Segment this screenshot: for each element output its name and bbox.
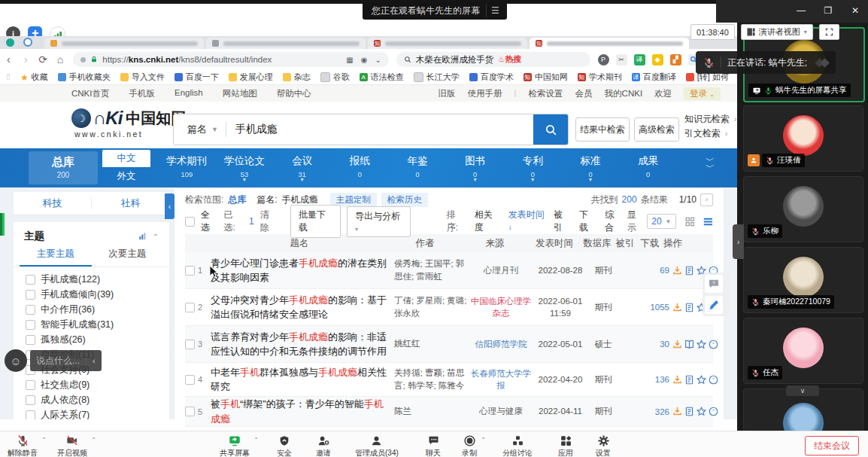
pen-tool-button[interactable] <box>705 296 723 314</box>
table-row[interactable]: 3谎言养育对青少年手机成瘾的影响：非适应性认知的中介和无条件接纳的调节作用姚红红… <box>185 326 713 363</box>
top-link[interactable]: 旧版 <box>439 88 456 99</box>
batch-download-button[interactable]: 批量下载 <box>290 205 341 238</box>
favorite-icon[interactable] <box>697 340 706 349</box>
view-mode-selector[interactable]: 演讲者视图▾ <box>741 24 813 40</box>
topic-checkbox[interactable] <box>26 305 35 315</box>
sidebar-collapse-button[interactable]: ‹ <box>165 193 175 219</box>
nav-category[interactable]: 年鉴0 <box>389 148 447 187</box>
download-icon[interactable] <box>672 375 682 385</box>
nav-category[interactable]: 学位论文53▾ <box>216 148 274 187</box>
browser-tab[interactable] <box>206 38 366 49</box>
topic-item[interactable]: 手机成瘾(122) <box>14 272 169 287</box>
start-video-button[interactable]: 开启视频⌃ <box>57 434 87 457</box>
layout-menu-icon[interactable]: ☰ <box>486 4 504 17</box>
nav-expand-chevron-icon[interactable]: ﹀﹀ <box>706 157 715 171</box>
knowledge-search-link[interactable]: 知识元检索› <box>684 112 736 126</box>
subtab-secondary-topics[interactable]: 次要主题 <box>92 248 164 267</box>
manage-members-button[interactable]: 管理成员(34) <box>355 434 399 457</box>
extension-badge-icon[interactable]: ◉ <box>361 56 368 64</box>
cite-icon[interactable]: ” <box>709 407 718 416</box>
nav-category[interactable]: 图书0▾ <box>446 148 504 187</box>
nav-category[interactable]: 会议31▾ <box>273 148 331 187</box>
browser-tab[interactable]: 知 <box>368 38 527 49</box>
more-options-caret[interactable]: ⌃ <box>253 437 259 443</box>
nav-category[interactable]: 报纸0 <box>331 148 389 187</box>
read-book-icon[interactable] <box>684 340 694 349</box>
chevron-down-icon[interactable]: ⌄ <box>375 56 381 64</box>
authors[interactable]: 关持循; 曹颖; 苗思言; 韩学琴; 陈雅今 <box>394 367 468 393</box>
bookmark-item[interactable]: 发展心理 <box>229 72 273 83</box>
back-button[interactable]: ‹ <box>0 53 17 66</box>
participant-tile[interactable]: 乐柳 <box>743 176 863 242</box>
end-meeting-button[interactable]: 结束会议 <box>805 436 859 455</box>
top-link[interactable]: 手机版 <box>129 88 155 99</box>
reader-icon[interactable]: ▦ <box>346 56 353 64</box>
topic-checkbox[interactable] <box>26 380 35 390</box>
topic-item[interactable]: 手机成瘾倾向(39) <box>14 287 169 302</box>
scissors-icon[interactable]: ✂ <box>616 54 627 66</box>
chat-input-placeholder[interactable]: 说点什么... <box>36 355 80 367</box>
authors[interactable]: 陈兰 <box>394 405 468 418</box>
list-view-icon[interactable] <box>703 216 713 227</box>
tab-social[interactable]: 社科 <box>92 197 169 210</box>
row-checkbox[interactable] <box>185 303 195 312</box>
participants-scroll-chevron[interactable]: ∨ <box>786 385 819 396</box>
read-doc-icon[interactable] <box>684 375 694 385</box>
bookmark-item[interactable]: 杂志 <box>283 72 311 83</box>
authors[interactable]: 丁倩; 罗星雨; 黄璐; 张永欣 <box>394 294 468 321</box>
apps-button[interactable]: 应用 <box>558 434 573 457</box>
result-title-link[interactable]: 谎言养育对青少年手机成瘾的影响：非适应性认知的中介和无条件接纳的调节作用 <box>211 330 394 359</box>
subtab-main-topics[interactable]: 主要主题 <box>20 248 92 267</box>
favorite-icon[interactable] <box>697 375 706 385</box>
search-history-chip[interactable]: 检索历史 <box>381 193 428 207</box>
cite-icon[interactable]: ” <box>709 340 718 349</box>
top-link[interactable]: 使用手册 <box>468 88 502 99</box>
citation-search-link[interactable]: 引文检索› <box>684 126 736 141</box>
reload-button[interactable]: ⟳ <box>35 53 52 66</box>
source-link[interactable]: 长春师范大学学报 <box>468 367 534 391</box>
nav-category[interactable]: 标准0▾ <box>562 148 620 187</box>
forward-button[interactable]: › <box>17 53 35 66</box>
sort-option[interactable]: 综合 <box>605 209 621 234</box>
more-options-caret[interactable]: ⌃ <box>91 437 96 443</box>
minimize-button[interactable]: — <box>796 5 806 16</box>
emoji-button[interactable]: ☺ <box>5 349 27 372</box>
authors[interactable]: 姚红红 <box>394 337 468 350</box>
top-link[interactable]: English <box>175 88 203 99</box>
result-title-link[interactable]: 被手机“绑架”的孩子：青少年的智能手机成瘾 <box>211 397 394 426</box>
more-options-caret[interactable]: ⌃ <box>481 437 486 443</box>
search-field-selector[interactable]: 篇名▼ <box>174 123 226 136</box>
topic-item[interactable]: 人际关系(7) <box>14 407 169 419</box>
row-checkbox[interactable] <box>185 340 195 349</box>
scope-db-link[interactable]: 总库 <box>228 193 246 206</box>
profile-extension-icon[interactable]: P <box>598 54 609 66</box>
topic-checkbox[interactable] <box>26 395 35 405</box>
bookmark-item[interactable]: A语法检查 <box>360 72 404 83</box>
top-link[interactable]: 会员 <box>575 88 593 99</box>
quick-search-pill[interactable]: 木柴在欧洲成抢手货 ♨热搜 <box>396 52 590 67</box>
bookmark-item[interactable]: ★收藏 <box>20 72 48 83</box>
lang-foreign-tab[interactable]: 外文 <box>102 167 150 185</box>
top-link[interactable]: 网站地图 <box>223 88 257 99</box>
share-screen-button[interactable]: 共享屏幕⌃ <box>220 434 250 457</box>
bookmark-item[interactable]: 手机收藏夹 <box>58 72 111 83</box>
cnki-logo[interactable]: ☽ ∩Ki 中国知网 www.cnki.net <box>71 108 186 139</box>
bookmark-item[interactable]: 知学术期刊 <box>578 72 622 83</box>
clear-selection-link[interactable]: 清除 <box>260 209 277 234</box>
download-icon[interactable] <box>672 407 682 416</box>
bookmark-item[interactable]: 译百度翻译 <box>632 72 676 83</box>
source-link[interactable]: 信阳师范学院 <box>468 338 534 350</box>
search-button[interactable] <box>533 114 568 145</box>
result-title-link[interactable]: 父母冲突对青少年手机成瘾的影响：基于溢出假说和情绪安全感理论 <box>211 293 394 322</box>
nav-category[interactable]: 成果0 <box>619 148 677 187</box>
unmute-button[interactable]: 解除静音⌃ <box>8 434 38 457</box>
topic-item[interactable]: 孤独感(26) <box>14 332 169 347</box>
next-page-button[interactable]: › <box>700 193 713 206</box>
sort-option[interactable]: 发表时间↓ <box>508 209 545 234</box>
authors[interactable]: 侯秀梅; 王国平; 郭思佳; 雷雨虹 <box>394 257 468 284</box>
row-checkbox[interactable] <box>185 407 195 416</box>
topic-item[interactable]: 中介作用(36) <box>14 302 169 317</box>
source-link[interactable]: 心理与健康 <box>468 405 534 417</box>
participant-tile[interactable]: 任杰 <box>743 318 863 384</box>
game-extension-icon[interactable]: ▞ <box>670 54 681 66</box>
